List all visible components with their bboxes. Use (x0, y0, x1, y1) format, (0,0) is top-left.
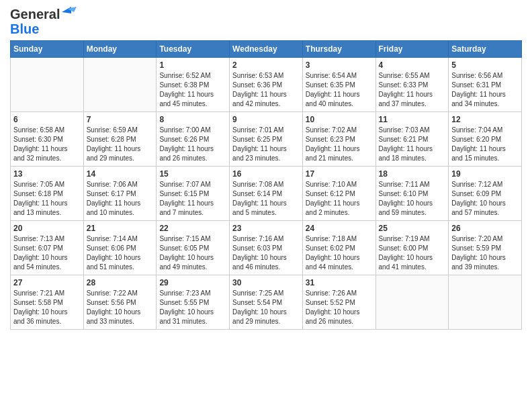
weekday-header-friday: Friday (375, 41, 449, 58)
day-info: Sunrise: 7:00 AMSunset: 6:26 PMDaylight:… (159, 126, 226, 163)
day-info: Sunrise: 7:19 AMSunset: 6:00 PMDaylight:… (379, 234, 446, 272)
weekday-header-monday: Monday (83, 41, 157, 58)
day-number: 23 (232, 224, 300, 233)
day-cell: 16Sunrise: 7:08 AMSunset: 6:14 PMDayligh… (230, 167, 303, 221)
day-info: Sunrise: 7:21 AMSunset: 5:58 PMDaylight:… (13, 289, 81, 326)
week-row-5: 27Sunrise: 7:21 AMSunset: 5:58 PMDayligh… (11, 275, 522, 330)
day-cell: 26Sunrise: 7:20 AMSunset: 5:59 PMDayligh… (449, 221, 522, 275)
day-cell: 21Sunrise: 7:14 AMSunset: 6:06 PMDayligh… (83, 221, 157, 275)
day-cell: 3Sunrise: 6:54 AMSunset: 6:35 PMDaylight… (302, 58, 375, 112)
day-cell: 6Sunrise: 6:58 AMSunset: 6:30 PMDaylight… (11, 112, 84, 167)
day-info: Sunrise: 6:56 AMSunset: 6:31 PMDaylight:… (451, 71, 519, 109)
day-cell: 27Sunrise: 7:21 AMSunset: 5:58 PMDayligh… (11, 275, 84, 330)
day-cell (11, 58, 84, 112)
day-number: 10 (306, 115, 373, 124)
day-number: 19 (451, 169, 519, 179)
day-info: Sunrise: 7:14 AMSunset: 6:06 PMDaylight:… (87, 234, 154, 272)
weekday-header-wednesday: Wednesday (230, 41, 303, 58)
day-number: 15 (159, 169, 226, 179)
day-number: 24 (306, 224, 373, 233)
day-info: Sunrise: 6:53 AMSunset: 6:36 PMDaylight:… (232, 71, 300, 109)
svg-marker-0 (62, 7, 71, 13)
day-info: Sunrise: 7:23 AMSunset: 5:55 PMDaylight:… (159, 289, 226, 326)
weekday-header-saturday: Saturday (449, 41, 522, 58)
day-cell: 18Sunrise: 7:11 AMSunset: 6:10 PMDayligh… (375, 167, 449, 221)
day-info: Sunrise: 7:15 AMSunset: 6:05 PMDaylight:… (159, 234, 226, 272)
logo-general-text: General (10, 7, 60, 21)
day-number: 21 (87, 224, 154, 233)
day-info: Sunrise: 7:26 AMSunset: 5:52 PMDaylight:… (306, 289, 373, 326)
logo-blue-text: Blue (10, 21, 39, 36)
day-info: Sunrise: 6:58 AMSunset: 6:30 PMDaylight:… (13, 126, 81, 163)
week-row-1: 1Sunrise: 6:52 AMSunset: 6:38 PMDaylight… (11, 58, 522, 112)
day-info: Sunrise: 7:06 AMSunset: 6:17 PMDaylight:… (87, 180, 154, 218)
day-number: 1 (159, 60, 226, 70)
week-row-4: 20Sunrise: 7:13 AMSunset: 6:07 PMDayligh… (11, 221, 522, 275)
logo: GeneralBlue (10, 7, 82, 36)
logo-bird-svg (62, 7, 82, 21)
day-info: Sunrise: 6:59 AMSunset: 6:28 PMDaylight:… (87, 126, 154, 163)
day-number: 11 (379, 115, 446, 124)
day-cell: 2Sunrise: 6:53 AMSunset: 6:36 PMDaylight… (230, 58, 303, 112)
weekday-header-sunday: Sunday (11, 41, 84, 58)
logo-wrapper: GeneralBlue (10, 7, 82, 36)
week-row-3: 13Sunrise: 7:05 AMSunset: 6:18 PMDayligh… (11, 167, 522, 221)
day-number: 25 (379, 224, 446, 233)
day-cell: 23Sunrise: 7:16 AMSunset: 6:03 PMDayligh… (230, 221, 303, 275)
day-info: Sunrise: 7:07 AMSunset: 6:15 PMDaylight:… (159, 180, 226, 218)
day-cell: 22Sunrise: 7:15 AMSunset: 6:05 PMDayligh… (157, 221, 230, 275)
day-number: 30 (232, 278, 300, 287)
day-info: Sunrise: 7:04 AMSunset: 6:20 PMDaylight:… (451, 126, 519, 163)
day-info: Sunrise: 7:20 AMSunset: 5:59 PMDaylight:… (451, 234, 519, 272)
day-cell: 15Sunrise: 7:07 AMSunset: 6:15 PMDayligh… (157, 167, 230, 221)
day-info: Sunrise: 7:22 AMSunset: 5:56 PMDaylight:… (87, 289, 154, 326)
day-cell: 28Sunrise: 7:22 AMSunset: 5:56 PMDayligh… (83, 275, 157, 330)
day-number: 13 (13, 169, 81, 179)
day-cell: 14Sunrise: 7:06 AMSunset: 6:17 PMDayligh… (83, 167, 157, 221)
day-info: Sunrise: 7:25 AMSunset: 5:54 PMDaylight:… (232, 289, 300, 326)
day-cell (449, 275, 522, 330)
day-number: 14 (87, 169, 154, 179)
day-info: Sunrise: 7:08 AMSunset: 6:14 PMDaylight:… (232, 180, 300, 218)
day-number: 18 (379, 169, 446, 179)
day-cell (83, 58, 157, 112)
day-cell (375, 275, 449, 330)
day-info: Sunrise: 7:12 AMSunset: 6:09 PMDaylight:… (451, 180, 519, 218)
day-cell: 19Sunrise: 7:12 AMSunset: 6:09 PMDayligh… (449, 167, 522, 221)
day-number: 17 (306, 169, 373, 179)
day-number: 12 (451, 115, 519, 124)
day-info: Sunrise: 7:11 AMSunset: 6:10 PMDaylight:… (379, 180, 446, 218)
day-number: 31 (306, 278, 373, 287)
header: GeneralBlue (10, 7, 522, 36)
day-info: Sunrise: 7:02 AMSunset: 6:23 PMDaylight:… (306, 126, 373, 163)
week-row-2: 6Sunrise: 6:58 AMSunset: 6:30 PMDaylight… (11, 112, 522, 167)
day-number: 16 (232, 169, 300, 179)
day-cell: 1Sunrise: 6:52 AMSunset: 6:38 PMDaylight… (157, 58, 230, 112)
day-number: 22 (159, 224, 226, 233)
day-number: 4 (379, 60, 446, 70)
day-cell: 12Sunrise: 7:04 AMSunset: 6:20 PMDayligh… (449, 112, 522, 167)
day-cell: 29Sunrise: 7:23 AMSunset: 5:55 PMDayligh… (157, 275, 230, 330)
weekday-header-thursday: Thursday (302, 41, 375, 58)
day-number: 5 (451, 60, 519, 70)
day-cell: 9Sunrise: 7:01 AMSunset: 6:25 PMDaylight… (230, 112, 303, 167)
day-info: Sunrise: 6:52 AMSunset: 6:38 PMDaylight:… (159, 71, 226, 109)
calendar-table: SundayMondayTuesdayWednesdayThursdayFrid… (10, 40, 522, 330)
day-number: 27 (13, 278, 81, 287)
weekday-header-row: SundayMondayTuesdayWednesdayThursdayFrid… (11, 41, 522, 58)
day-number: 8 (159, 115, 226, 124)
day-cell: 30Sunrise: 7:25 AMSunset: 5:54 PMDayligh… (230, 275, 303, 330)
day-info: Sunrise: 7:13 AMSunset: 6:07 PMDaylight:… (13, 234, 81, 272)
day-cell: 25Sunrise: 7:19 AMSunset: 6:00 PMDayligh… (375, 221, 449, 275)
day-number: 28 (87, 278, 154, 287)
day-cell: 20Sunrise: 7:13 AMSunset: 6:07 PMDayligh… (11, 221, 84, 275)
day-info: Sunrise: 7:03 AMSunset: 6:21 PMDaylight:… (379, 126, 446, 163)
day-cell: 7Sunrise: 6:59 AMSunset: 6:28 PMDaylight… (83, 112, 157, 167)
day-cell: 8Sunrise: 7:00 AMSunset: 6:26 PMDaylight… (157, 112, 230, 167)
day-number: 3 (306, 60, 373, 70)
day-number: 20 (13, 224, 81, 233)
day-cell: 31Sunrise: 7:26 AMSunset: 5:52 PMDayligh… (302, 275, 375, 330)
day-number: 6 (13, 115, 81, 124)
day-info: Sunrise: 6:55 AMSunset: 6:33 PMDaylight:… (379, 71, 446, 109)
day-info: Sunrise: 6:54 AMSunset: 6:35 PMDaylight:… (306, 71, 373, 109)
